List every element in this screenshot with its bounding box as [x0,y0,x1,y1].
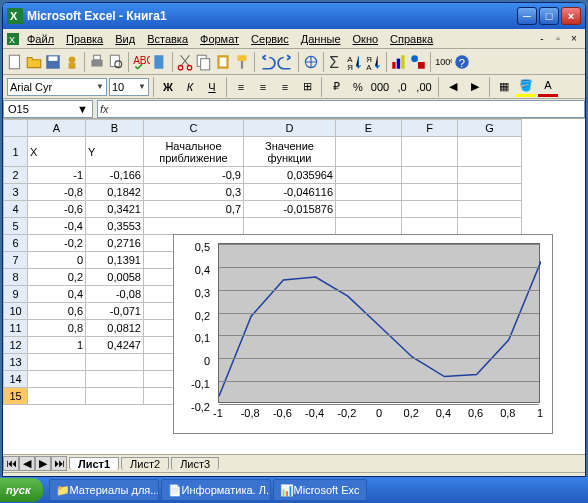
col-header[interactable]: G [458,120,522,137]
row-header[interactable]: 4 [4,201,28,218]
col-header[interactable]: E [336,120,402,137]
menu-tools[interactable]: Сервис [245,31,295,47]
preview-icon[interactable] [107,53,125,71]
cell[interactable]: 0,1391 [86,252,144,269]
cell[interactable]: 0,0058 [86,269,144,286]
taskbar-item[interactable]: 📊 Microsoft Exc [273,479,367,501]
row-header[interactable]: 5 [4,218,28,235]
cell[interactable]: -0,08 [86,286,144,303]
align-right-button[interactable]: ≡ [275,77,295,97]
menu-insert[interactable]: Вставка [141,31,194,47]
sort-asc-icon[interactable]: AЯ [346,53,364,71]
format-painter-icon[interactable] [233,53,251,71]
font-size-combo[interactable]: 10▼ [109,78,149,96]
cell[interactable]: -0,9 [144,167,244,184]
fill-color-button[interactable]: 🪣 [516,77,536,97]
cell[interactable]: 0,4 [28,286,86,303]
cell[interactable] [458,137,522,167]
decrease-indent-button[interactable]: ◀ [443,77,463,97]
name-box[interactable]: O15▼ [3,100,93,118]
permission-icon[interactable] [63,53,81,71]
sheet-tab[interactable]: Лист3 [171,457,219,470]
row-header[interactable]: 15 [4,388,28,405]
comma-button[interactable]: 000 [370,77,390,97]
sheet-tab[interactable]: Лист2 [121,457,169,470]
col-header[interactable]: B [86,120,144,137]
font-name-combo[interactable]: Arial Cyr▼ [7,78,107,96]
titlebar[interactable]: X Microsoft Excel - Книга1 ─ □ × [3,3,585,29]
bold-button[interactable]: Ж [158,77,178,97]
row-header[interactable]: 7 [4,252,28,269]
maximize-button[interactable]: □ [539,7,559,25]
align-center-button[interactable]: ≡ [253,77,273,97]
row-header[interactable]: 2 [4,167,28,184]
row-header[interactable]: 14 [4,371,28,388]
zoom-icon[interactable]: 100% [434,53,452,71]
cell[interactable]: 0,2 [28,269,86,286]
cell[interactable]: Y [86,137,144,167]
taskbar-item[interactable]: 📁 Материалы для... [49,479,159,501]
cell[interactable]: 0,2716 [86,235,144,252]
menu-window[interactable]: Окно [347,31,385,47]
cell[interactable]: 0,035964 [244,167,336,184]
cell[interactable]: 0,7 [144,201,244,218]
menu-file[interactable]: Файл [21,31,60,47]
undo-icon[interactable] [258,53,276,71]
cell[interactable]: -0,2 [28,235,86,252]
menu-format[interactable]: Формат [194,31,245,47]
increase-decimal-button[interactable]: ,0 [392,77,412,97]
row-header[interactable]: 8 [4,269,28,286]
cell[interactable]: 0,3 [144,184,244,201]
cell[interactable]: 0,3421 [86,201,144,218]
col-header[interactable]: C [144,120,244,137]
cell[interactable]: 0,1842 [86,184,144,201]
cut-icon[interactable] [176,53,194,71]
col-header[interactable]: F [402,120,458,137]
borders-button[interactable]: ▦ [494,77,514,97]
print-icon[interactable] [88,53,106,71]
cell[interactable]: Значение функции [244,137,336,167]
cell[interactable]: -0,015876 [244,201,336,218]
paste-icon[interactable] [214,53,232,71]
tab-first-button[interactable]: ⏮ [3,456,19,471]
chart-wizard-icon[interactable] [390,53,408,71]
spelling-icon[interactable]: ABC [132,53,150,71]
cell[interactable]: 0,6 [28,303,86,320]
cell[interactable]: -0,071 [86,303,144,320]
sort-desc-icon[interactable]: ЯA [365,53,383,71]
menu-help[interactable]: Справка [384,31,439,47]
help-icon[interactable]: ? [453,53,471,71]
menu-data[interactable]: Данные [295,31,347,47]
taskbar-item[interactable]: 📄 Информатика. Л... [161,479,271,501]
cell[interactable] [336,137,402,167]
copy-icon[interactable] [195,53,213,71]
row-header[interactable]: 13 [4,354,28,371]
percent-button[interactable]: % [348,77,368,97]
autosum-icon[interactable]: Σ [327,53,345,71]
font-color-button[interactable]: A [538,77,558,97]
cell[interactable]: -0,8 [28,184,86,201]
cell[interactable]: -0,166 [86,167,144,184]
mdi-restore-button[interactable]: ▫ [551,33,565,45]
start-button[interactable]: пуск [0,478,43,502]
cell[interactable]: X [28,137,86,167]
mdi-close-button[interactable]: × [567,33,581,45]
merge-center-button[interactable]: ⊞ [297,77,317,97]
redo-icon[interactable] [277,53,295,71]
close-button[interactable]: × [561,7,581,25]
embedded-chart[interactable]: -0,2-0,100,10,20,30,40,5 -1-0,8-0,6-0,4-… [173,234,553,434]
cell[interactable]: 1 [28,337,86,354]
cell[interactable]: -0,4 [28,218,86,235]
formula-input[interactable]: fx [97,100,585,118]
hyperlink-icon[interactable] [302,53,320,71]
col-header[interactable]: A [28,120,86,137]
row-header[interactable]: 3 [4,184,28,201]
minimize-button[interactable]: ─ [517,7,537,25]
select-all-corner[interactable] [4,120,28,137]
italic-button[interactable]: К [180,77,200,97]
row-header[interactable]: 9 [4,286,28,303]
cell[interactable]: Начальное приближение [144,137,244,167]
underline-button[interactable]: Ч [202,77,222,97]
worksheet-grid[interactable]: A B C D E F G 1 X Y Начальное приближени… [3,119,585,454]
row-header[interactable]: 6 [4,235,28,252]
